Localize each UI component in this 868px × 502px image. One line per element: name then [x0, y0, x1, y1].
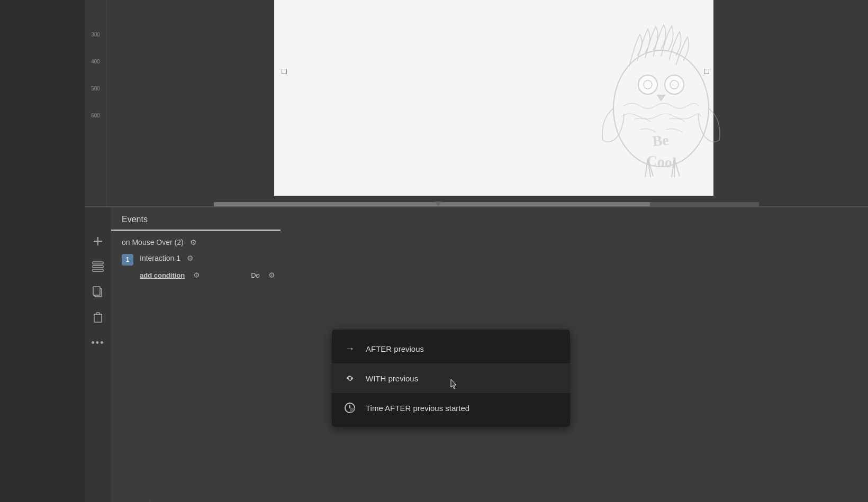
condition-row: add condition ⚙ Do ⚙	[111, 266, 868, 279]
svg-rect-11	[93, 269, 103, 271]
connector-line	[150, 499, 150, 502]
svg-rect-9	[93, 262, 103, 264]
svg-text:Be: Be	[652, 132, 670, 150]
svg-point-1	[638, 75, 657, 94]
horizontal-scrollbar[interactable]	[214, 202, 759, 206]
interaction-settings-gear-icon[interactable]: ⚙	[187, 254, 194, 262]
time-after-previous-option[interactable]: Time AFTER previous started	[332, 393, 570, 423]
event-name-label: on Mouse Over (2)	[122, 238, 184, 247]
after-previous-option[interactable]: → AFTER previous	[332, 334, 570, 363]
with-previous-icon	[342, 371, 357, 386]
time-after-previous-label: Time AFTER previous started	[366, 404, 469, 413]
svg-rect-14	[94, 314, 102, 322]
add-condition-button[interactable]: add condition	[140, 271, 185, 279]
canvas-white: Be Cool	[274, 0, 713, 196]
time-after-previous-icon	[342, 400, 357, 415]
copy-button[interactable]	[91, 285, 105, 299]
event-name-row: on Mouse Over (2) ⚙	[111, 231, 868, 247]
selection-handle-top-right[interactable]	[704, 69, 709, 74]
add-event-button[interactable]	[91, 234, 105, 249]
condition-gear-icon[interactable]: ⚙	[193, 271, 200, 279]
svg-point-24	[351, 377, 353, 379]
ruler-tick-300: 300	[91, 32, 100, 38]
svg-point-0	[613, 50, 709, 167]
with-previous-option[interactable]: WITH previous	[332, 363, 570, 393]
ruler-tick-500: 500	[91, 86, 100, 92]
ruler-left: 300 400 500 600	[85, 0, 107, 206]
interaction-number-badge: 1	[122, 254, 133, 266]
svg-point-2	[665, 75, 684, 94]
do-label: Do	[251, 271, 260, 279]
events-header: Events	[111, 207, 281, 231]
events-content: Events on Mouse Over (2) ⚙ 1 Interaction…	[111, 207, 868, 279]
ellipsis-icon: •••	[92, 337, 105, 349]
do-gear-icon[interactable]: ⚙	[268, 271, 275, 279]
interaction-row: 1 Interaction 1 ⚙	[111, 247, 868, 266]
after-previous-icon: →	[342, 341, 357, 356]
svg-rect-10	[93, 266, 103, 268]
interaction-label: Interaction 1	[140, 254, 180, 262]
ruler-tick-400: 400	[91, 59, 100, 65]
svg-point-23	[347, 377, 349, 379]
svg-rect-13	[93, 287, 100, 295]
events-icons-bar: •••	[85, 207, 111, 502]
collapse-arrow[interactable]	[434, 202, 442, 206]
scrollbar-thumb[interactable]	[214, 202, 650, 206]
events-title: Events	[122, 215, 270, 230]
event-settings-gear-icon[interactable]: ⚙	[190, 238, 197, 247]
list-view-button[interactable]	[91, 259, 105, 274]
delete-button[interactable]	[91, 310, 105, 325]
more-options-button[interactable]: •••	[91, 335, 105, 350]
selection-handle-top-left[interactable]	[282, 69, 287, 74]
owl-illustration: Be Cool	[441, 0, 868, 196]
ruler-tick-600: 600	[91, 113, 100, 118]
canvas-area: Be Cool	[107, 0, 868, 206]
after-previous-label: AFTER previous	[366, 344, 424, 353]
left-sidebar	[0, 0, 85, 502]
timing-dropdown-menu: → AFTER previous WITH previous Time AFTE…	[332, 330, 570, 427]
with-previous-label: WITH previous	[366, 374, 418, 383]
